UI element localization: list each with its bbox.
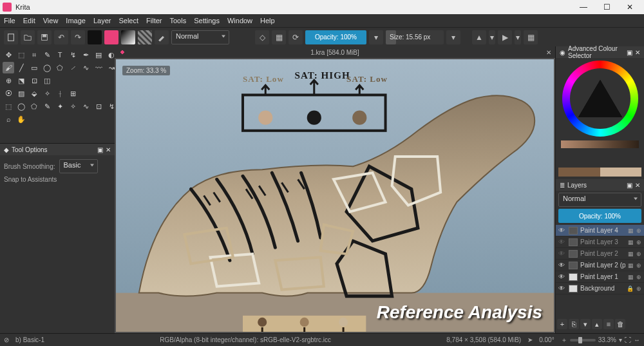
window-maximize-button[interactable]: ☐ <box>595 3 618 12</box>
select-rect-tool[interactable]: ⬚ <box>3 101 14 112</box>
eye-icon[interactable]: 👁 <box>558 262 566 269</box>
layer-props-button[interactable]: ≡ <box>603 319 614 329</box>
crop-tool[interactable]: ⌗ <box>28 49 40 61</box>
select-bezier-tool[interactable]: ∿ <box>80 101 91 112</box>
menu-file[interactable]: File <box>4 17 15 24</box>
reload-preset-button[interactable]: ⟳ <box>289 30 303 44</box>
brush-preset-button[interactable] <box>155 30 169 44</box>
line-tool[interactable]: ╱ <box>15 62 27 73</box>
ellipse-tool[interactable]: ◯ <box>41 62 53 73</box>
menu-view[interactable]: View <box>43 17 59 24</box>
eye-icon[interactable]: 👁 <box>558 250 566 257</box>
grid-tool[interactable]: ⊞ <box>67 88 79 99</box>
perspective-tool[interactable]: ◫ <box>41 75 53 86</box>
menu-window[interactable]: Window <box>227 17 252 24</box>
lock-icon[interactable]: ⊕ <box>636 227 641 234</box>
select-ellipse-tool[interactable]: ◯ <box>15 101 27 112</box>
opacity-slider[interactable]: Opacity: 100% <box>305 30 366 44</box>
wraparound-button[interactable]: ▦ <box>524 30 538 44</box>
close-panel-icon[interactable]: ✕ <box>106 146 111 153</box>
shape-edit-tool[interactable]: ↯ <box>67 49 79 61</box>
color-history-strip[interactable] <box>561 140 639 148</box>
advanced-color-selector[interactable] <box>556 58 644 165</box>
window-minimize-button[interactable]: — <box>572 3 595 12</box>
layer-row[interactable]: 👁 Paint Layer 2 (pasted) ▦⊕ <box>556 260 644 271</box>
select-free-tool[interactable]: ✎ <box>41 101 53 112</box>
select-magnetic-tool[interactable]: ⊡ <box>93 101 104 112</box>
zoom-tool[interactable]: ⌕ <box>3 113 14 125</box>
menu-tools[interactable]: Tools <box>170 17 187 24</box>
collapse-icon[interactable]: ▣ <box>97 146 103 153</box>
save-button[interactable] <box>37 30 52 44</box>
open-file-button[interactable] <box>21 30 35 44</box>
menu-filter[interactable]: Filter <box>146 17 162 24</box>
layer-row[interactable]: 👁 Background 🔒⊕ <box>556 283 644 294</box>
mirror-h-button[interactable]: ▲ <box>472 30 486 44</box>
size-chevron-icon[interactable]: ▾ <box>446 30 460 44</box>
redo-button[interactable]: ↷ <box>71 30 85 44</box>
pan-tool[interactable]: ✋ <box>15 113 27 125</box>
menu-select[interactable]: Select <box>118 17 138 24</box>
color-panel-float-icon[interactable]: ▣ <box>627 49 632 56</box>
pattern-edit-tool[interactable]: ▤ <box>93 49 104 61</box>
fill-tool[interactable]: ⬙ <box>28 88 40 99</box>
opacity-chevron-icon[interactable]: ▾ <box>369 30 383 44</box>
eye-icon[interactable]: 👁 <box>558 238 566 245</box>
freehand-brush-tool[interactable]: 🖌 <box>3 62 14 73</box>
smoothing-select[interactable]: Basic <box>59 159 98 173</box>
layer-opacity-slider[interactable]: Opacity: 100% <box>558 209 641 223</box>
bezier-tool[interactable]: ∿ <box>80 62 91 73</box>
layer-row[interactable]: 👁 Paint Layer 4 ▦⊕ <box>556 225 644 236</box>
layer-down-button[interactable]: ▾ <box>580 319 591 329</box>
canvas[interactable]: SAT: Low SAT: HIGH SAT: Low Zoom: 33.3 %… <box>116 59 554 332</box>
smart-fill-tool[interactable]: ▨ <box>15 88 27 99</box>
brush-size-slider[interactable]: Size: 15.56 px <box>386 30 444 44</box>
transform-tool[interactable]: ⬚ <box>15 49 27 61</box>
menu-image[interactable]: Image <box>66 17 86 24</box>
color-swatch-icon[interactable] <box>118 48 126 56</box>
zoom-slider[interactable] <box>570 339 596 341</box>
layer-row[interactable]: 👁 Paint Layer 1 ▦⊕ <box>556 271 644 283</box>
calligraphy-tool[interactable]: ✒ <box>80 49 91 61</box>
menu-settings[interactable]: Settings <box>194 17 220 24</box>
alpha-icon[interactable]: ▦ <box>628 227 634 234</box>
eyedropper-tool[interactable]: ⦿ <box>3 88 14 99</box>
mirror-v-chevron[interactable]: ▾ <box>515 30 521 44</box>
measure-tool[interactable]: ⟊ <box>54 88 66 99</box>
window-close-button[interactable]: ✕ <box>618 3 641 12</box>
fg-bg-swatches[interactable] <box>558 168 641 177</box>
gradient-button[interactable] <box>121 30 135 44</box>
blend-mode-select[interactable]: Normal <box>171 30 229 44</box>
document-tab[interactable]: 1.kra [584.0 MiB] <box>310 49 359 56</box>
delete-layer-button[interactable]: 🗑 <box>615 319 625 329</box>
menu-edit[interactable]: Edit <box>23 17 35 24</box>
layer-row[interactable]: 👁 Paint Layer 3 ▦⊕ <box>556 236 644 248</box>
mirror-v-button[interactable]: ▶ <box>498 30 512 44</box>
select-poly-tool[interactable]: ⬠ <box>28 101 40 112</box>
edit-shapes-tool[interactable]: ⬔ <box>15 75 27 86</box>
swatch-a-button[interactable] <box>88 30 102 44</box>
new-file-button[interactable] <box>4 30 18 44</box>
move-tool[interactable]: ✥ <box>3 49 14 61</box>
swatch-b-button[interactable] <box>104 30 118 44</box>
select-similar-tool[interactable]: ✧ <box>67 101 79 112</box>
color-panel-close-icon[interactable]: ✕ <box>635 49 640 56</box>
layer-blend-select[interactable]: Normal <box>558 193 641 207</box>
pattern-button[interactable] <box>138 30 152 44</box>
menu-help[interactable]: Help <box>260 17 275 24</box>
alpha-lock-button[interactable]: ▦ <box>272 30 286 44</box>
fit-page-icon[interactable]: ⛶ <box>625 336 631 343</box>
select-contiguous-tool[interactable]: ✦ <box>54 101 66 112</box>
polyline-tool[interactable]: ⟋ <box>67 62 79 73</box>
eye-icon[interactable]: 👁 <box>558 273 566 280</box>
layer-up-button[interactable]: ▴ <box>592 319 602 329</box>
add-layer-button[interactable]: + <box>557 319 567 329</box>
freehand-path-tool[interactable]: 〰 <box>93 62 104 73</box>
fit-width-icon[interactable]: ↔ <box>634 336 640 343</box>
crop-tool-2[interactable]: ⊡ <box>28 75 40 86</box>
zoom-chevron-icon[interactable]: ▾ <box>619 336 622 343</box>
menu-layer[interactable]: Layer <box>93 17 111 24</box>
duplicate-layer-button[interactable]: ⎘ <box>569 319 579 329</box>
lock-icon[interactable]: 🔒 <box>627 285 634 292</box>
close-tab-icon[interactable]: ✕ <box>546 49 551 56</box>
